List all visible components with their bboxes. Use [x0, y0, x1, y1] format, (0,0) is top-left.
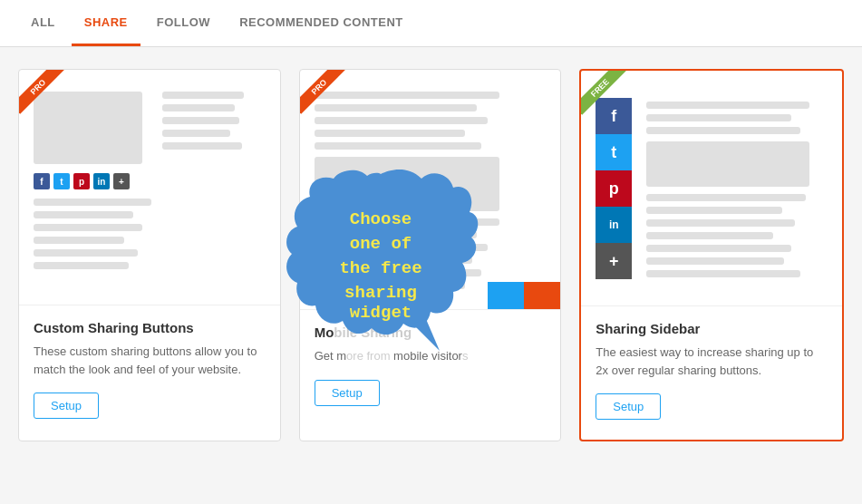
- bubble-svg: Choose one of the free sharing widget: [281, 165, 480, 355]
- tab-share[interactable]: SHARE: [72, 1, 140, 46]
- card3-preview: FREE f t p in +: [581, 71, 842, 306]
- svg-text:the free: the free: [339, 258, 421, 278]
- card2-setup-button[interactable]: Setup: [315, 380, 380, 406]
- sidebar-twitter-btn: t: [596, 134, 632, 170]
- twitter-icon: t: [53, 173, 70, 189]
- tab-follow[interactable]: FOLLOW: [144, 1, 223, 46]
- badge-label-card2: PRO: [300, 70, 346, 114]
- card1-preview: PRO f t p in +: [19, 70, 280, 305]
- card1-description: These custom sharing buttons allow you t…: [34, 343, 266, 378]
- svg-text:sharing: sharing: [344, 283, 417, 303]
- card-sharing-sidebar: FREE f t p in +: [579, 69, 844, 441]
- sidebar-plus-btn: +: [596, 243, 632, 279]
- plus-icon: +: [113, 173, 130, 189]
- sidebar-social-buttons: f t p in +: [596, 98, 632, 279]
- facebook-icon: f: [34, 173, 50, 189]
- linkedin-icon: in: [93, 173, 110, 189]
- card-custom-sharing-buttons: PRO f t p in +: [18, 69, 281, 441]
- badge-label-card1: PRO: [19, 70, 65, 114]
- tab-all[interactable]: ALL: [18, 1, 68, 46]
- card3-skeleton-lines: [646, 98, 828, 283]
- pinterest-icon: p: [73, 173, 90, 189]
- card1-setup-button[interactable]: Setup: [34, 393, 99, 419]
- card1-title: Custom Sharing Buttons: [34, 320, 266, 335]
- tooltip-bubble: Choose one of the free sharing widget: [281, 165, 480, 359]
- svg-text:Choose: Choose: [350, 209, 412, 229]
- pro-badge-card2: PRO: [300, 70, 354, 124]
- content-area: PRO f t p in +: [0, 47, 862, 463]
- card3-body: Sharing Sidebar The easiest way to incre…: [581, 306, 842, 440]
- card1-body: Custom Sharing Buttons These custom shar…: [19, 305, 280, 439]
- sidebar-linkedin-btn: in: [596, 207, 632, 243]
- tabs-navigation: ALL SHARE FOLLOW RECOMMENDED CONTENT: [0, 0, 862, 47]
- sidebar-pinterest-btn: p: [596, 170, 632, 207]
- svg-text:one of: one of: [350, 234, 412, 254]
- tab-recommended-content[interactable]: RECOMMENDED CONTENT: [227, 1, 416, 46]
- free-badge-card3: FREE: [581, 71, 635, 125]
- svg-marker-0: [412, 319, 440, 351]
- badge-label-card3: FREE: [581, 71, 627, 115]
- svg-text:widget: widget: [350, 303, 412, 323]
- social-icons-row: f t p in +: [34, 173, 151, 189]
- pro-badge-card1: PRO: [19, 70, 73, 124]
- card3-setup-button[interactable]: Setup: [596, 393, 661, 420]
- card3-title: Sharing Sidebar: [596, 321, 828, 336]
- card3-description: The easiest way to increase sharing up t…: [596, 344, 828, 379]
